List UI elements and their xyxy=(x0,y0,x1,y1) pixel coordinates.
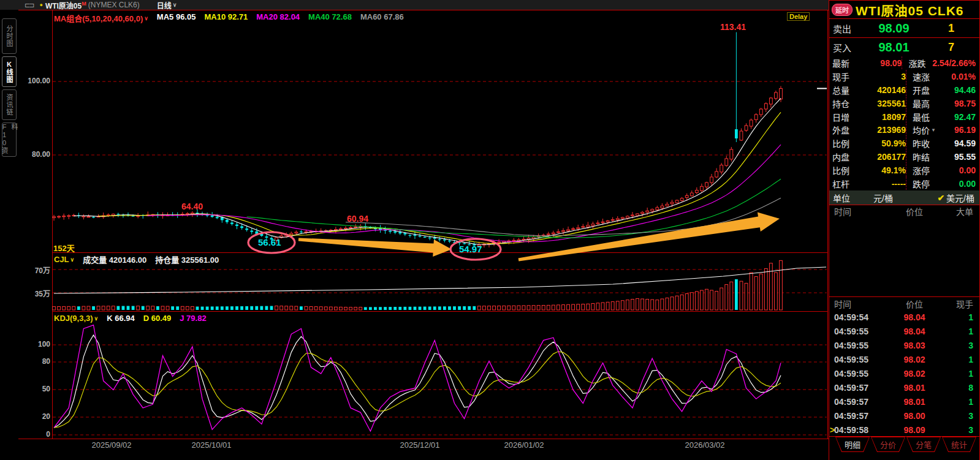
date-axis-tick: 2026/01/02 xyxy=(504,440,544,450)
trade-list-box: 时间 价位 现手 04:59:5498.04104:59:5598.04104:… xyxy=(829,296,979,437)
volume-indicator-dropdown[interactable]: CJL ∨ xyxy=(54,254,74,265)
trade-row[interactable]: 04:59:5598.021 xyxy=(829,366,979,380)
volume-indicator-header: CJL ∨ 成交量 420146.00 持仓量 325561.00 xyxy=(54,254,219,265)
volume-axis-tick: 35万 xyxy=(23,288,50,298)
quote-label: 跌停 xyxy=(906,177,938,190)
trade-time-text: 04:59:57 xyxy=(834,397,868,407)
annotation-local-high-1: 64.40 xyxy=(181,202,203,211)
trade-row[interactable]: 04:59:5598.041 xyxy=(829,324,979,338)
quote-value: 325561 xyxy=(862,99,906,108)
trade-col-time: 时间 xyxy=(829,298,891,310)
quote-panel-header: 延时 WTI原油05 CLK6 xyxy=(829,0,979,19)
quote-row: 比例49.1%涨停0.00 xyxy=(829,164,979,177)
period-dropdown[interactable]: 日线 ∨ xyxy=(157,0,177,10)
quote-label: 最新 xyxy=(829,57,860,69)
trade-time: 04:59:57 xyxy=(829,383,891,393)
trade-price: 98.01 xyxy=(891,397,938,407)
quote-value: 0.00 xyxy=(938,179,979,189)
quote-label: 杠杆 xyxy=(829,178,862,190)
quote-row: 日增18097最低92.47 xyxy=(829,110,979,123)
quote-label: 涨跌 xyxy=(902,56,932,69)
sidebar-tab-1[interactable]: K线图 xyxy=(2,56,17,87)
unit-option-usd[interactable]: ✔ 美元/桶 xyxy=(937,192,974,204)
trade-time-text: 04:59:57 xyxy=(834,383,868,393)
trade-col-size: 现手 xyxy=(938,298,979,310)
trade-time-text: 04:59:54 xyxy=(834,312,868,322)
tab-tongji[interactable]: 统计 xyxy=(942,437,976,452)
quote-label[interactable]: 均价▼ xyxy=(906,124,938,137)
ask-row[interactable]: 卖出 98.09 1 xyxy=(829,19,979,38)
kdj-indicator-header: KDJ(9,3,3) ∨ K 66.94D 60.49J 79.82 xyxy=(54,314,207,323)
ma-value-3: MA40 72.68 xyxy=(308,12,352,24)
ma-indicator-header: MA组合(5,10,20,40,60,0) ∨ MA5 96.05MA10 92… xyxy=(54,12,404,24)
ma-group-label: MA组合(5,10,20,40,60,0) xyxy=(54,12,143,24)
kdj-axis-tick: 80 xyxy=(23,357,50,366)
delay-status-badge: 延时 xyxy=(832,4,853,16)
trade-size: 3 xyxy=(938,411,979,421)
annotation-local-high-2: 60.94 xyxy=(347,214,368,224)
bo-col-price: 价位 xyxy=(891,205,938,217)
trade-time-text: 04:59:57 xyxy=(834,411,868,421)
date-axis-tick: 2026/03/02 xyxy=(685,440,724,450)
quote-value: 94.46 xyxy=(938,85,979,95)
link-icon[interactable]: ⊏⊐ xyxy=(25,1,33,9)
trade-time: 04:59:55 xyxy=(829,355,891,364)
trade-price: 98.09 xyxy=(891,425,938,435)
trade-time: 04:59:57 xyxy=(829,397,891,407)
annotation-local-low-2: 54.97 xyxy=(459,244,482,254)
chevron-down-icon: ∨ xyxy=(70,257,75,263)
quote-label: 昨收 xyxy=(906,137,938,150)
trade-row[interactable]: 04:59:5598.033 xyxy=(829,338,979,352)
kdj-axis-tick: 20 xyxy=(23,412,50,421)
ma-value-4: MA60 67.86 xyxy=(360,12,404,24)
quote-label-text: 昨收 xyxy=(913,137,930,149)
tab-fenbi[interactable]: 分笔 xyxy=(906,437,941,452)
quote-value: 49.1% xyxy=(862,165,906,175)
trade-time-text: 04:59:58 xyxy=(834,425,868,435)
quote-value: 0.01% xyxy=(938,72,979,81)
ma-settings-dropdown[interactable]: MA组合(5,10,20,40,60,0) ∨ xyxy=(54,12,148,24)
price-axis-tick: 100.00 xyxy=(23,77,50,85)
unit-option-cny[interactable]: 元/桶 xyxy=(873,192,893,204)
trade-row[interactable]: >04:59:5898.093 xyxy=(829,423,979,437)
kdj-axis-tick: 100 xyxy=(23,340,50,349)
trade-row[interactable]: 04:59:5598.021 xyxy=(829,352,979,366)
trade-row[interactable]: 04:59:5798.003 xyxy=(829,409,979,423)
date-axis-tick: 2025/10/01 xyxy=(191,440,231,450)
ma-value-2: MA20 82.04 xyxy=(256,12,300,24)
tab-label: 明细 xyxy=(836,437,869,451)
trade-row[interactable]: 04:59:5798.018 xyxy=(829,380,979,394)
quote-label: 外盘 xyxy=(829,124,862,136)
trade-time-text: 04:59:55 xyxy=(834,355,868,364)
quote-row: 总量420146开盘94.46 xyxy=(829,83,979,96)
kdj-indicator-dropdown[interactable]: KDJ(9,3,3) ∨ xyxy=(54,314,98,323)
delay-badge: Delay xyxy=(787,12,810,21)
sidebar-tab-3[interactable]: F10资料 xyxy=(2,123,17,157)
price-axis-tick: 80.00 xyxy=(23,150,50,159)
tab-mingxi[interactable]: 明细 xyxy=(835,437,870,452)
quote-label-text: 涨停 xyxy=(913,164,930,176)
quote-value: 206177 xyxy=(862,152,906,162)
sidebar-tab-0[interactable]: 分时图 xyxy=(2,18,17,54)
bid-row[interactable]: 买入 98.01 7 xyxy=(829,38,979,56)
quote-symbol-name: WTI原油05 CLK6 xyxy=(856,1,964,19)
quote-label-text: 昨结 xyxy=(913,151,930,163)
quote-value: ----- xyxy=(862,179,906,189)
period-label: 日线 xyxy=(157,0,172,10)
trade-size: 8 xyxy=(938,383,979,393)
trade-time: 04:59:55 xyxy=(829,341,891,350)
delay-superscript: M xyxy=(82,1,86,7)
left-sidebar: 分时图K线图资讯链F10资料 xyxy=(0,10,18,460)
trade-row[interactable]: 04:59:5498.041 xyxy=(829,310,979,324)
tab-fenjia[interactable]: 分价 xyxy=(871,437,905,452)
sidebar-tab-2[interactable]: 资讯链 xyxy=(2,89,17,120)
quote-label: 开盘 xyxy=(906,83,938,96)
trade-row[interactable]: 04:59:5798.011 xyxy=(829,394,979,409)
big-order-table-header: 时间 价位 大单 xyxy=(829,205,979,218)
ask-price[interactable]: 98.09 xyxy=(865,21,923,36)
quote-row: 现手3速涨0.01% xyxy=(829,70,979,83)
current-row-marker-icon: > xyxy=(830,425,835,435)
quote-value: 50.9% xyxy=(862,138,906,148)
bid-price[interactable]: 98.01 xyxy=(865,40,923,55)
quote-row: 外盘213969均价▼96.19 xyxy=(829,124,979,137)
